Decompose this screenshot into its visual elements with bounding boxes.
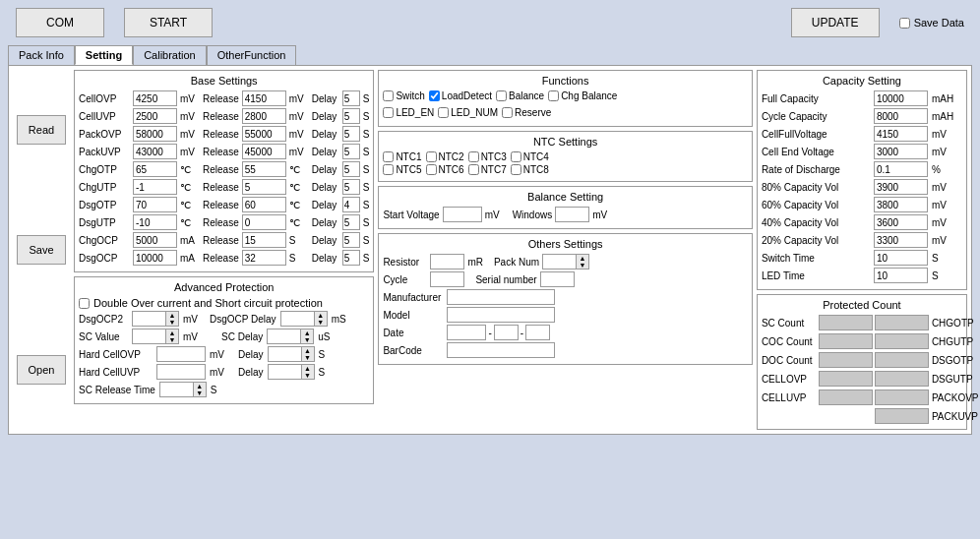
prot-input[interactable] bbox=[819, 333, 873, 349]
sc-release-input[interactable]: 5 bbox=[159, 382, 194, 397]
capacity-row-value[interactable] bbox=[874, 232, 928, 248]
model-input[interactable] bbox=[447, 307, 555, 323]
com-button[interactable]: COM bbox=[16, 8, 104, 37]
base-row-delay-val[interactable] bbox=[342, 232, 360, 248]
capacity-row-value[interactable] bbox=[874, 90, 928, 106]
ntc-checkbox[interactable] bbox=[468, 164, 479, 175]
base-row-delay-val[interactable] bbox=[342, 144, 360, 159]
ntc-checkbox[interactable] bbox=[468, 151, 479, 162]
serial-number-input[interactable]: 0 bbox=[540, 271, 575, 287]
tab-pack-info[interactable]: Pack Info bbox=[8, 45, 75, 65]
function-checkbox[interactable] bbox=[383, 107, 394, 118]
read-button[interactable]: Read bbox=[17, 115, 66, 145]
tab-setting[interactable]: Setting bbox=[75, 45, 133, 65]
capacity-row-value[interactable] bbox=[874, 108, 928, 124]
hard-cell-uvp-delay-input[interactable]: 8 bbox=[268, 364, 302, 380]
prot-input-right[interactable] bbox=[875, 371, 929, 387]
base-row-delay-val[interactable] bbox=[342, 179, 360, 195]
capacity-row-value[interactable] bbox=[874, 197, 928, 212]
function-checkbox[interactable] bbox=[502, 107, 513, 118]
ntc-checkbox[interactable] bbox=[511, 164, 521, 175]
windows-input[interactable]: 50 bbox=[555, 207, 589, 222]
prot-input-right[interactable] bbox=[875, 352, 929, 368]
base-row-value[interactable] bbox=[133, 179, 177, 195]
capacity-row-value[interactable] bbox=[874, 250, 928, 266]
dsg-ocp2-input[interactable]: 31 bbox=[132, 311, 166, 327]
sc-value-input[interactable]: 78 bbox=[132, 329, 166, 344]
capacity-row-value[interactable] bbox=[874, 214, 928, 230]
barcode-input[interactable] bbox=[447, 342, 555, 358]
base-row-release-val[interactable] bbox=[242, 179, 286, 195]
base-row-value[interactable] bbox=[133, 214, 177, 230]
capacity-row-value[interactable] bbox=[874, 268, 928, 283]
base-row-value[interactable] bbox=[133, 126, 177, 142]
base-row-release-val[interactable] bbox=[242, 250, 286, 266]
base-row-value[interactable] bbox=[133, 161, 177, 177]
prot-input-right[interactable] bbox=[875, 389, 929, 405]
date-year-input[interactable]: 2017 bbox=[447, 325, 486, 340]
prot-input-right[interactable] bbox=[875, 408, 929, 424]
base-row-release-val[interactable] bbox=[242, 161, 286, 177]
base-row-delay-val[interactable] bbox=[342, 90, 360, 106]
base-row-delay-val[interactable] bbox=[342, 126, 360, 142]
base-row-release-val[interactable] bbox=[242, 197, 286, 212]
base-row-delay-val[interactable] bbox=[342, 108, 360, 124]
open-button[interactable]: Open bbox=[17, 355, 66, 385]
dsg-ocp-delay-input[interactable]: 640 bbox=[280, 311, 315, 327]
ntc-checkbox[interactable] bbox=[383, 151, 394, 162]
hard-cell-ovp-input[interactable]: 4300 bbox=[156, 346, 206, 362]
prot-input[interactable] bbox=[819, 371, 873, 387]
save-data-checkbox[interactable] bbox=[899, 18, 910, 29]
prot-input-right[interactable] bbox=[875, 333, 929, 349]
base-row-value[interactable] bbox=[133, 232, 177, 248]
manufacturer-input[interactable]: DGJBD bbox=[447, 289, 555, 305]
base-row-delay-val[interactable] bbox=[342, 161, 360, 177]
capacity-row-value[interactable] bbox=[874, 161, 928, 177]
base-row-value[interactable] bbox=[133, 144, 177, 159]
ntc-checkbox[interactable] bbox=[383, 164, 394, 175]
cycle-input[interactable]: 0 bbox=[430, 271, 464, 287]
capacity-row-value[interactable] bbox=[874, 126, 928, 142]
function-checkbox[interactable] bbox=[383, 90, 394, 101]
tab-calibration[interactable]: Calibration bbox=[133, 45, 207, 65]
resistor-input[interactable]: 2.5 bbox=[430, 254, 464, 270]
base-row-value[interactable] bbox=[133, 197, 177, 212]
ntc-checkbox[interactable] bbox=[511, 151, 521, 162]
save-button[interactable]: Save bbox=[17, 235, 66, 265]
base-row-release-val[interactable] bbox=[242, 126, 286, 142]
base-row-value[interactable] bbox=[133, 250, 177, 266]
date-month-input[interactable]: 3 bbox=[494, 325, 519, 340]
base-row-release-val[interactable] bbox=[242, 214, 286, 230]
start-voltage-input[interactable]: 3600 bbox=[443, 207, 482, 222]
function-checkbox[interactable] bbox=[496, 90, 507, 101]
pack-num-input[interactable]: 15 bbox=[542, 254, 577, 270]
base-row-release-val[interactable] bbox=[242, 232, 286, 248]
capacity-row-value[interactable] bbox=[874, 144, 928, 159]
prot-input[interactable] bbox=[819, 389, 873, 405]
base-row-release-val[interactable] bbox=[242, 144, 286, 159]
base-row-delay-val[interactable] bbox=[342, 214, 360, 230]
ntc-checkbox[interactable] bbox=[426, 164, 437, 175]
function-checkbox[interactable] bbox=[429, 90, 440, 101]
prot-input[interactable] bbox=[819, 315, 873, 330]
date-day-input[interactable]: 14 bbox=[525, 325, 550, 340]
hard-cell-ovp-delay-input[interactable]: 8 bbox=[268, 346, 302, 362]
base-row-value[interactable] bbox=[133, 90, 177, 106]
start-button[interactable]: START bbox=[124, 8, 213, 37]
base-row-value[interactable] bbox=[133, 108, 177, 124]
prot-input[interactable] bbox=[819, 352, 873, 368]
capacity-row-value[interactable] bbox=[874, 179, 928, 195]
base-row-delay-val[interactable] bbox=[342, 197, 360, 212]
function-checkbox[interactable] bbox=[438, 107, 449, 118]
base-row-delay-val[interactable] bbox=[342, 250, 360, 266]
ntc-checkbox[interactable] bbox=[426, 151, 437, 162]
base-row-release-val[interactable] bbox=[242, 90, 286, 106]
tab-other-function[interactable]: OtherFunction bbox=[207, 45, 297, 65]
update-button[interactable]: UPDATE bbox=[791, 8, 880, 37]
sc-delay-input[interactable]: 400 bbox=[267, 329, 301, 344]
prot-input-right[interactable] bbox=[875, 315, 929, 330]
base-row-release-val[interactable] bbox=[242, 108, 286, 124]
hard-cell-uvp-input[interactable]: 2500 bbox=[156, 364, 206, 380]
double-over-checkbox[interactable] bbox=[79, 298, 90, 309]
function-checkbox[interactable] bbox=[548, 90, 559, 101]
